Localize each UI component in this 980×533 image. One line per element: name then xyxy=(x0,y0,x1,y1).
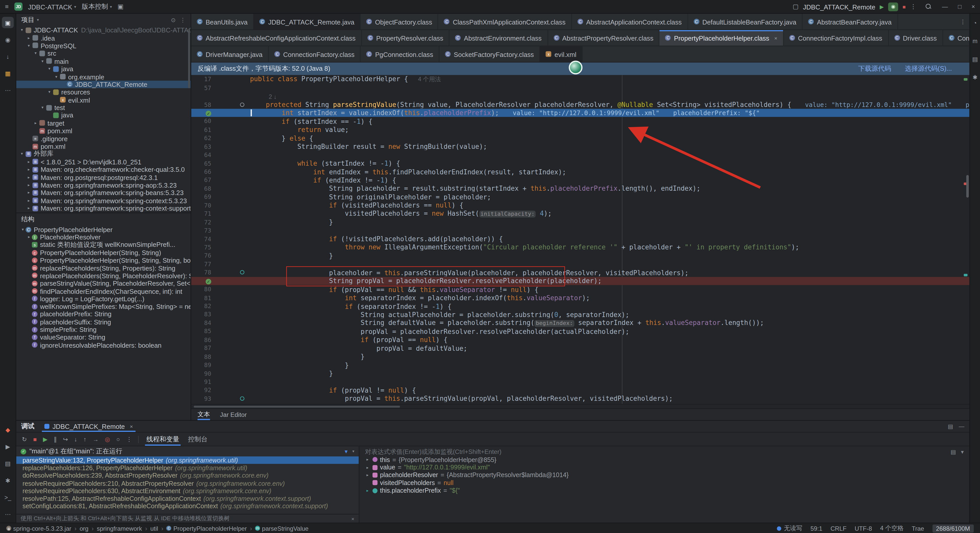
mute-breakpoints-icon[interactable]: ○ xyxy=(116,436,120,442)
run-to-cursor-icon[interactable]: → xyxy=(93,436,99,442)
stack-frame[interactable]: replacePlaceholders:126, PropertyPlaceho… xyxy=(16,464,359,472)
code-line[interactable]: ✓ int startIndex = value.indexOf(this.pl… xyxy=(191,109,969,117)
breadcrumb-item[interactable]: mparseStringValue xyxy=(255,525,309,532)
chevron-down-icon[interactable]: ▾ xyxy=(352,449,355,454)
tree-item[interactable]: ▸target xyxy=(16,119,191,127)
code-line[interactable]: 63 StringBuilder result = new StringBuil… xyxy=(191,142,969,151)
editor-tab[interactable]: CAbstractPropertyResolver.class xyxy=(548,30,660,46)
maximize-button[interactable]: □ xyxy=(958,3,962,10)
code-line[interactable]: 66 int endIndex = this.findPlaceholderEn… xyxy=(191,167,969,176)
stack-frame[interactable]: setConfigLocations:81, AbstractRefreshab… xyxy=(16,502,359,510)
variable-row[interactable]: ▸this.placeholderPrefix = "${" xyxy=(360,487,969,495)
editor-tab[interactable]: CClassPathXmlApplicationContext.class xyxy=(438,14,572,29)
stack-frame[interactable]: doResolvePlaceholders:239, AbstractPrope… xyxy=(16,472,359,479)
tree-item[interactable]: ▾java xyxy=(16,65,191,73)
build-tool-icon[interactable]: ▦ xyxy=(2,67,14,79)
notifications-icon[interactable]: ◔ xyxy=(969,17,980,28)
services-tool-icon[interactable]: ▤ xyxy=(2,458,14,469)
tree-arrow-icon[interactable]: ▸ xyxy=(25,183,32,188)
code-line[interactable]: 57 xyxy=(191,83,969,92)
structure-item[interactable]: mfindPlaceholderEndIndex(CharSequence, i… xyxy=(16,287,191,295)
editor-tab[interactable]: CObjectFactory.class xyxy=(361,14,438,29)
close-icon[interactable]: × xyxy=(130,423,133,430)
structure-item[interactable]: sstatic 类初始值设定项 wellKnownSimplePrefi... xyxy=(16,241,191,249)
run-button[interactable]: ▶ xyxy=(880,3,884,10)
structure-item[interactable]: fplaceholderPrefix: String xyxy=(16,310,191,318)
code-line[interactable]: 83 String actualPlaceholder = placeholde… xyxy=(191,310,969,318)
tree-arrow-icon[interactable]: ▸ xyxy=(25,175,32,180)
structure-item[interactable]: flogger: Log = LogFactory.getLog(...) xyxy=(16,295,191,302)
variable-row[interactable]: ▸this = {PropertyPlaceholderHelper@855} xyxy=(360,456,969,463)
run-config-widget[interactable]: ▢ JDBC_ATTACK_Remote ▶ ◉ ■ ⋮ xyxy=(793,2,916,11)
editor-tab[interactable]: CAbstractApplicationContext.class xyxy=(572,14,688,29)
more-debug-actions-icon[interactable]: ⋮ xyxy=(126,436,132,442)
close-hint-icon[interactable]: × xyxy=(351,515,354,522)
code-line[interactable]: 2 ↓ xyxy=(191,92,969,100)
tree-item[interactable]: ▸≣Maven: org.springframework:spring-cont… xyxy=(16,204,191,212)
variable-row[interactable]: visitedPlaceholders = null xyxy=(360,479,969,487)
code-line[interactable]: 60 if (startIndex == -1) { xyxy=(191,117,969,125)
code-line[interactable]: 92 if (propVal != null) { xyxy=(191,386,969,394)
code-line[interactable]: 89 } xyxy=(191,361,969,369)
trae-plugin[interactable]: Trae xyxy=(912,525,924,532)
tree-arrow-icon[interactable]: ▾ xyxy=(32,51,38,56)
vcs-widget[interactable]: 版本控制 ▾ xyxy=(82,2,112,11)
step-over-icon[interactable]: ↪ xyxy=(63,436,68,442)
caret-position[interactable]: 59:1 xyxy=(811,525,822,532)
editor-tab[interactable]: CAbstractBeanFactory.java xyxy=(803,14,898,29)
code-line[interactable]: 76 } xyxy=(191,251,969,260)
tree-item[interactable]: CJDBC_ATTACK_Remote xyxy=(16,80,191,88)
step-into-icon[interactable]: ↓ xyxy=(74,436,77,442)
tree-arrow-icon[interactable]: ▾ xyxy=(46,90,52,95)
more-run-icon[interactable]: ⋮ xyxy=(910,3,916,10)
tree-item[interactable]: ▾JDBC-ATTACKD:\java_local\JeecgBoot\JDBC… xyxy=(16,26,191,34)
editor-tab[interactable]: CPropertyResolver.class xyxy=(362,30,450,46)
tree-item[interactable]: ▾main xyxy=(16,57,191,65)
recursive-call-icon[interactable] xyxy=(240,102,244,107)
code-line[interactable]: 62 } else { xyxy=(191,134,969,142)
code-line[interactable]: 70 if (visitedPlaceholders == null) { xyxy=(191,201,969,210)
breadcrumb-item[interactable]: org xyxy=(80,525,89,532)
pause-icon[interactable]: ∥ xyxy=(54,436,57,442)
tab-text-view[interactable]: 文本 xyxy=(197,409,210,420)
code-line[interactable]: 84 String defaultValue = placeholder.sub… xyxy=(191,318,969,327)
editor-tab[interactable]: CConnectionFactory.class xyxy=(269,46,361,62)
tree-item[interactable]: ▸≣Maven: org.checkerframework:checker-qu… xyxy=(16,165,191,173)
code-line[interactable]: 68 String placeholder = result.substring… xyxy=(191,184,969,193)
variable-arrow-icon[interactable]: ▸ xyxy=(365,488,370,493)
resume-icon[interactable]: ▶ xyxy=(43,436,48,442)
search-everywhere-icon[interactable] xyxy=(926,4,931,10)
project-structure-icon[interactable]: ▣ xyxy=(118,3,124,10)
tree-arrow-icon[interactable]: ▾ xyxy=(25,43,32,48)
editor-tab[interactable]: CPropertyPlaceholderHelper.class× xyxy=(660,30,784,46)
thread-selector[interactable]: ✓ "main"@1 在组"main": 正在运行 ▼ ▾ xyxy=(16,447,359,457)
pull-requests-tool-icon[interactable]: ↓ xyxy=(2,51,14,62)
close-button[interactable]: × xyxy=(972,3,975,10)
tab-threads-variables[interactable]: 线程和变量 xyxy=(145,433,180,446)
structure-item[interactable]: mreplacePlaceholders(String, Properties)… xyxy=(16,264,191,272)
code-line[interactable]: 71 visitedPlaceholders = new HashSet(ini… xyxy=(191,209,969,218)
breadcrumb-item[interactable]: ≣spring-core-5.3.23.jar xyxy=(6,525,71,532)
tree-arrow-icon[interactable]: ▸ xyxy=(32,121,38,126)
settings-icon[interactable]: ✱ xyxy=(2,474,14,486)
terminal-tool-icon[interactable]: >_ xyxy=(2,492,14,503)
code-line[interactable]: 64 xyxy=(191,151,969,159)
layout-settings-icon[interactable]: ▤ xyxy=(948,423,953,430)
ai-tool-icon[interactable]: ✱ xyxy=(969,71,980,83)
editor-tab[interactable]: CAbstractEnvironment.class xyxy=(449,30,548,46)
code-line[interactable]: 87 propVal = defaultValue; xyxy=(191,344,969,352)
editor-scrollbar[interactable] xyxy=(966,175,969,197)
tree-arrow-icon[interactable]: ▾ xyxy=(46,66,52,72)
panel-more-icon[interactable]: ⋮ xyxy=(180,17,186,23)
download-sources-link[interactable]: 下载源代码 xyxy=(858,64,891,73)
run-tool-icon[interactable]: ▶ xyxy=(2,441,14,452)
close-tab-icon[interactable]: × xyxy=(774,35,777,41)
tree-arrow-icon[interactable]: ▾ xyxy=(39,105,45,110)
variable-row[interactable]: ▸value = "http://127.0.0.1:9999/evil.xml… xyxy=(360,463,969,471)
structure-item[interactable]: cPropertyPlaceholderHelper(String, Strin… xyxy=(16,256,191,264)
structure-item[interactable]: cPropertyPlaceholderHelper(String, Strin… xyxy=(16,249,191,256)
tree-item[interactable]: ▾PostgreSQL xyxy=(16,42,191,49)
stack-frame[interactable]: resolveRequiredPlaceholders:210, Abstrac… xyxy=(16,479,359,487)
tree-item[interactable]: java xyxy=(16,111,191,119)
watch-settings-icon[interactable]: ▤ xyxy=(951,449,956,455)
